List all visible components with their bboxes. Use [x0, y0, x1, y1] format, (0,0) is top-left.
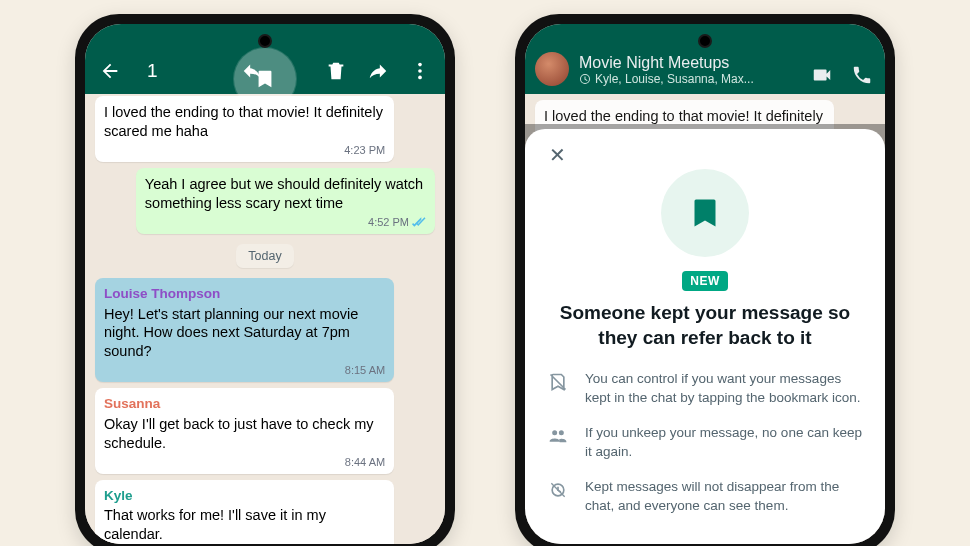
new-badge: NEW — [682, 271, 728, 291]
info-point: If you unkeep your message, no one can k… — [547, 424, 863, 462]
info-points: You can control if you want your message… — [547, 370, 863, 515]
forward-icon[interactable] — [367, 60, 389, 82]
close-icon[interactable]: ✕ — [547, 143, 568, 167]
sender-name: Susanna — [104, 395, 385, 413]
message-out[interactable]: Yeah I agree but we should definitely wa… — [136, 168, 435, 234]
chat-scroll[interactable]: I loved the ending to that movie! It def… — [85, 94, 445, 544]
message-in-selected[interactable]: Louise Thompson Hey! Let's start plannin… — [95, 278, 394, 382]
disappearing-timer-icon — [579, 73, 591, 85]
svg-point-0 — [418, 63, 422, 67]
message-text: Hey! Let's start planning our next movie… — [104, 305, 385, 362]
svg-point-2 — [418, 76, 422, 80]
chat-title-block[interactable]: Movie Night Meetups Kyle, Louise, Susann… — [579, 54, 793, 86]
info-point: You can control if you want your message… — [547, 370, 863, 408]
screen-right: Movie Night Meetups Kyle, Louise, Susann… — [525, 24, 885, 544]
message-text: I loved the ending to that movie! It def… — [104, 103, 385, 141]
info-point: Kept messages will not disappear from th… — [547, 478, 863, 516]
bookmark-icon — [254, 68, 276, 90]
message-text: Yeah I agree but we should definitely wa… — [145, 175, 426, 213]
camera-hole — [698, 34, 712, 48]
people-icon — [547, 424, 569, 446]
message-text: That works for me! I'll save it in my ca… — [104, 506, 385, 544]
message-in[interactable]: Kyle That works for me! I'll save it in … — [95, 480, 394, 544]
sheet-heading: Someone kept your message so they can re… — [547, 301, 863, 350]
more-icon[interactable] — [409, 60, 431, 82]
delete-icon[interactable] — [325, 60, 347, 82]
date-separator: Today — [236, 244, 293, 268]
camera-hole — [258, 34, 272, 48]
selection-count: 1 — [147, 60, 221, 82]
group-avatar[interactable] — [535, 52, 569, 86]
chat-subtitle: Kyle, Louise, Susanna, Max... — [579, 72, 793, 86]
chat-title: Movie Night Meetups — [579, 54, 793, 72]
message-time: 4:23 PM — [104, 143, 385, 157]
message-in[interactable]: Susanna Okay I'll get back to just have … — [95, 388, 394, 474]
call-icon[interactable] — [851, 64, 873, 86]
timer-off-icon — [547, 478, 569, 500]
message-text: Okay I'll get back to just have to check… — [104, 415, 385, 453]
message-time: 4:52 PM — [145, 215, 426, 229]
svg-point-1 — [418, 69, 422, 73]
bookmark-highlight[interactable] — [234, 48, 296, 110]
message-time: 8:15 AM — [104, 363, 385, 377]
video-call-icon[interactable] — [811, 64, 833, 86]
bookmark-hero — [661, 169, 749, 257]
phone-frame-right: Movie Night Meetups Kyle, Louise, Susann… — [515, 14, 895, 546]
kept-message-info-sheet: ✕ NEW Someone kept your message so they … — [525, 129, 885, 544]
message-time: 8:44 AM — [104, 455, 385, 469]
phone-frame-left: 1 I loved the ending to that movie! It d… — [75, 14, 455, 546]
sender-name: Louise Thompson — [104, 285, 385, 303]
read-ticks-icon — [412, 217, 426, 227]
screen-left: 1 I loved the ending to that movie! It d… — [85, 24, 445, 544]
sender-name: Kyle — [104, 487, 385, 505]
bookmark-icon — [687, 195, 723, 231]
back-icon[interactable] — [99, 60, 121, 82]
message-in[interactable]: I loved the ending to that movie! It def… — [95, 96, 394, 162]
bookmark-off-icon — [547, 370, 569, 392]
